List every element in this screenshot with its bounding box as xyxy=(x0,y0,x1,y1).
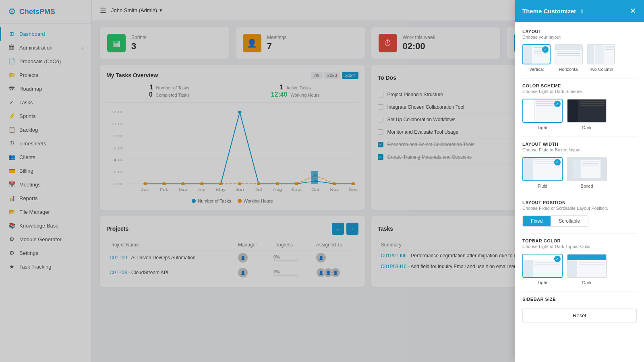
customizer-close-button[interactable]: ✕ xyxy=(629,6,637,16)
width-option-boxed[interactable]: Boxed xyxy=(567,157,607,188)
layout-position-label: LAYOUT POSITION xyxy=(522,200,637,205)
layout-section-desc: Choose your layout xyxy=(522,35,637,39)
position-scrollable-btn[interactable]: Scrollable xyxy=(551,216,588,226)
topbar-option-label: Dark xyxy=(582,280,591,285)
layout-option-horizontal[interactable]: Horizontal xyxy=(555,44,583,72)
color-option-label: Light xyxy=(538,125,547,130)
width-option-fluid[interactable]: ✓ Fluid xyxy=(522,157,563,188)
selected-check-icon: ✓ xyxy=(542,46,549,53)
color-thumb-dark xyxy=(567,99,607,123)
selected-check-icon: ✓ xyxy=(554,256,561,262)
topbar-thumb-light: ✓ xyxy=(522,254,563,278)
layout-thumb-vertical: ✓ xyxy=(522,44,551,64)
position-toggle: Fixed Scrollable xyxy=(522,215,588,227)
topbar-color-desc: Choose Light or Dark Topbar Color. xyxy=(522,244,637,249)
layout-thumb-two-column xyxy=(587,44,615,64)
customizer-panel: Theme Customizer ℹ ✕ LAYOUT Choose your … xyxy=(515,0,644,362)
width-option-label: Fluid xyxy=(538,184,547,188)
topbar-color-label: TOPBAR COLOR xyxy=(522,238,637,243)
layout-section-label: LAYOUT xyxy=(522,29,637,34)
reset-button[interactable]: Reset xyxy=(522,308,637,323)
color-option-light[interactable]: ✓ Light xyxy=(522,99,563,130)
topbar-thumb-dark xyxy=(567,254,607,278)
customizer-header: Theme Customizer ℹ ✕ xyxy=(515,0,644,22)
width-thumb-boxed xyxy=(567,157,607,181)
layout-options: ✓ Vertical xyxy=(522,44,637,72)
customizer-info-icon: ℹ xyxy=(579,8,585,14)
color-option-label: Dark xyxy=(582,125,591,130)
layout-thumb-horizontal xyxy=(555,44,583,64)
customizer-title-text: Theme Customizer xyxy=(522,8,576,14)
topbar-options: ✓ Light xyxy=(522,254,637,285)
customizer-body: LAYOUT Choose your layout ✓ xyxy=(515,22,644,362)
sidebar-size-label: SIDEBAR SIZE xyxy=(522,297,637,302)
color-thumb-light: ✓ xyxy=(522,99,563,123)
layout-option-two-column[interactable]: Two Column xyxy=(587,44,615,72)
layout-option-label: Horizontal xyxy=(559,67,579,72)
topbar-option-light[interactable]: ✓ Light xyxy=(522,254,563,285)
width-option-label: Boxed xyxy=(580,184,593,188)
topbar-option-label: Light xyxy=(538,280,547,285)
layout-option-label: Two Column xyxy=(588,67,613,72)
selected-check-icon: ✓ xyxy=(554,101,561,107)
width-thumb-fluid: ✓ xyxy=(522,157,563,181)
layout-option-vertical[interactable]: ✓ Vertical xyxy=(522,44,551,72)
width-options: ✓ Fluid xyxy=(522,157,637,188)
color-options: ✓ Light xyxy=(522,99,637,130)
topbar-option-dark[interactable]: Dark xyxy=(567,254,607,285)
selected-check-icon: ✓ xyxy=(554,159,561,165)
position-fixed-btn[interactable]: Fixed xyxy=(523,216,551,226)
layout-option-label: Vertical xyxy=(529,67,544,72)
layout-position-desc: Choose Fixed or Scrollable Layout Positi… xyxy=(522,206,637,211)
color-scheme-desc: Choose Light or Dark Scheme. xyxy=(522,89,637,94)
layout-width-desc: Choose Fluid or Boxed layout. xyxy=(522,147,637,152)
color-scheme-label: COLOR SCHEME xyxy=(522,83,637,88)
layout-width-label: LAYOUT WIDTH xyxy=(522,142,637,147)
color-option-dark[interactable]: Dark xyxy=(567,99,607,130)
customizer-title: Theme Customizer ℹ xyxy=(522,8,585,14)
